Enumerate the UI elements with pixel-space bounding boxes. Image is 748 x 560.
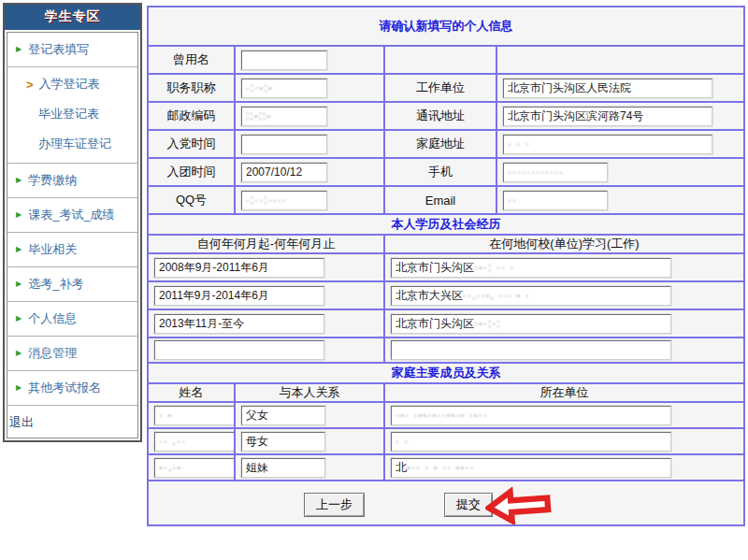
previous-step-button[interactable]: 上一步 — [304, 493, 365, 517]
triangle-icon: ▶ — [16, 246, 22, 253]
sidebar-title: 学生专区 — [5, 5, 140, 30]
education-place-input[interactable] — [391, 340, 671, 360]
mailing-address-input[interactable]: 北京市门头沟区滨河路74号 — [503, 107, 712, 126]
family-unit-input[interactable]: · · — [391, 432, 671, 452]
former-name-input[interactable] — [241, 50, 327, 70]
education-col-place: 在何地何校(单位)学习(工作) — [384, 235, 744, 253]
label-job-title: 职务职称 — [148, 74, 235, 102]
sidebar-item-label: 选考_补考 — [28, 276, 83, 293]
education-place-input[interactable]: 北京市门头沟区·-·:·: — [391, 314, 671, 334]
sidebar-item-graduation-form[interactable]: 毕业登记表 — [7, 99, 137, 129]
triangle-icon: ▶ — [16, 177, 22, 184]
sidebar-item-graduation-related[interactable]: ▶ 毕业相关 — [7, 233, 137, 267]
mobile-input[interactable]: ············ — [503, 163, 608, 182]
student-zone-sidebar: 学生专区 ▶ 登记表填写 > 入学登记表 毕业登记表 办理车证登记 ▶ 学费缴纳… — [3, 3, 142, 442]
sidebar-item-other-exam-signup[interactable]: ▶ 其他考试报名 — [7, 371, 137, 406]
sidebar-item-elective-makeup-exams[interactable]: ▶ 选考_补考 — [7, 267, 137, 302]
family-unit-input[interactable]: 北-·· · - ·· --·· — [391, 458, 671, 478]
label-party-join-date: 入党时间 — [148, 130, 235, 158]
education-section-title: 本人学历及社会经历 — [148, 214, 744, 235]
family-col-unit: 所在单位 — [384, 383, 744, 402]
league-join-date-input[interactable]: 2007/10/12 — [241, 163, 327, 182]
label-league-join-date: 入团时间 — [148, 158, 235, 186]
enrollment-confirm-form: 请确认新填写的个人信息 曾用名 职务职称 ·:·-:- 工作单位 北京市门头沟区… — [147, 6, 745, 526]
triangle-icon: ▶ — [16, 211, 22, 219]
email-input[interactable]: ·· — [503, 191, 608, 210]
family-name-input[interactable]: · - — [154, 406, 235, 425]
label-email: Email — [384, 186, 496, 214]
family-relation-input[interactable]: 母女 — [241, 432, 325, 452]
sidebar-item-label: 毕业相关 — [28, 241, 77, 258]
sidebar-item-label: 登记表填写 — [28, 41, 89, 58]
sidebar-item-tuition[interactable]: ▶ 学费缴纳 — [7, 164, 137, 198]
sidebar-item-label: 课表_考试_成绩 — [28, 207, 114, 223]
label-former-name: 曾用名 — [148, 46, 235, 74]
sidebar-item-label: 办理车证登记 — [38, 136, 111, 152]
label-home-address: 家庭地址 — [384, 130, 496, 158]
sidebar-item-label: 学费缴纳 — [28, 172, 77, 189]
family-col-name: 姓名 — [148, 383, 235, 402]
education-col-period: 自何年何月起-何年何月止 — [148, 235, 384, 253]
label-mailing-address: 通讯地址 — [384, 102, 496, 130]
sidebar-item-label: 消息管理 — [28, 345, 77, 362]
sidebar-item-label: 个人信息 — [28, 310, 77, 327]
sidebar-subgroup: > 入学登记表 毕业登记表 办理车证登记 — [7, 67, 137, 164]
label-qq: QQ号 — [148, 186, 235, 214]
sidebar-item-enrollment-form[interactable]: > 入学登记表 — [7, 69, 137, 99]
empty-cell — [384, 46, 496, 74]
party-join-date-input[interactable] — [241, 135, 327, 154]
family-relation-input[interactable]: 姐妹 — [241, 458, 325, 478]
sidebar-item-messages[interactable]: ▶ 消息管理 — [7, 337, 137, 371]
triangle-icon: ▶ — [16, 384, 22, 392]
family-name-input[interactable]: -·.·- — [154, 458, 235, 478]
selected-marker-icon: > — [26, 78, 34, 92]
sidebar-item-label: 毕业登记表 — [38, 106, 99, 122]
triangle-icon: ▶ — [16, 350, 22, 357]
sidebar-item-registration-forms[interactable]: ▶ 登记表填写 — [7, 33, 137, 67]
sidebar-item-label: 入学登记表 — [39, 76, 100, 93]
postal-code-input[interactable]: ::-::- — [241, 107, 327, 126]
education-place-input[interactable]: 北京市门头沟区·-·: ·· · — [391, 258, 671, 278]
label-mobile: 手机 — [384, 158, 496, 186]
education-period-input[interactable]: 2011年9月-2014年6月 — [154, 286, 324, 306]
triangle-icon: ▶ — [16, 280, 22, 288]
logout-link[interactable]: 退出 — [7, 406, 137, 438]
family-relation-input[interactable]: 父女 — [241, 406, 325, 425]
button-row: 上一步 提交 — [148, 481, 744, 525]
education-period-input[interactable]: 2008年9月-2011年6月 — [154, 258, 324, 278]
family-name-input[interactable]: ·· .·· — [154, 432, 235, 452]
triangle-icon: ▶ — [16, 46, 22, 53]
sidebar-item-label: 其他考试报名 — [28, 380, 101, 396]
education-period-input[interactable]: 2013年11月-至今 — [154, 314, 324, 334]
sidebar-item-timetable-exams-grades[interactable]: ▶ 课表_考试_成绩 — [7, 198, 137, 233]
education-place-input[interactable]: 北京市大兴区··.··-. ··· - · — [391, 286, 671, 306]
triangle-icon: ▶ — [16, 315, 22, 323]
label-postal-code: 邮政编码 — [148, 102, 235, 130]
form-title: 请确认新填写的个人信息 — [148, 7, 744, 46]
sidebar-item-vehicle-pass[interactable]: 办理车证登记 — [7, 129, 137, 159]
family-section-title: 家庭主要成员及关系 — [148, 363, 744, 383]
red-arrow-annotation — [484, 484, 554, 525]
family-unit-input[interactable]: ·-· ·--·-··--·- ·-·· — [391, 406, 671, 425]
education-period-input[interactable] — [154, 340, 324, 360]
work-unit-input[interactable]: 北京市门头沟区人民法院 — [503, 79, 712, 98]
sidebar-item-personal-info[interactable]: ▶ 个人信息 — [7, 302, 137, 337]
label-work-unit: 工作单位 — [384, 74, 496, 102]
empty-cell — [496, 46, 744, 74]
sidebar-menu: ▶ 登记表填写 > 入学登记表 毕业登记表 办理车证登记 ▶ 学费缴纳 ▶ 课表… — [7, 32, 138, 438]
form-table: 请确认新填写的个人信息 曾用名 职务职称 ·:·-:- 工作单位 北京市门头沟区… — [147, 6, 745, 526]
home-address-input[interactable]: · · · — [503, 135, 712, 154]
qq-input[interactable]: ·:··:···· — [241, 191, 327, 210]
family-col-relation: 与本人关系 — [235, 383, 384, 402]
job-title-input[interactable]: ·:·-:- — [241, 79, 327, 98]
